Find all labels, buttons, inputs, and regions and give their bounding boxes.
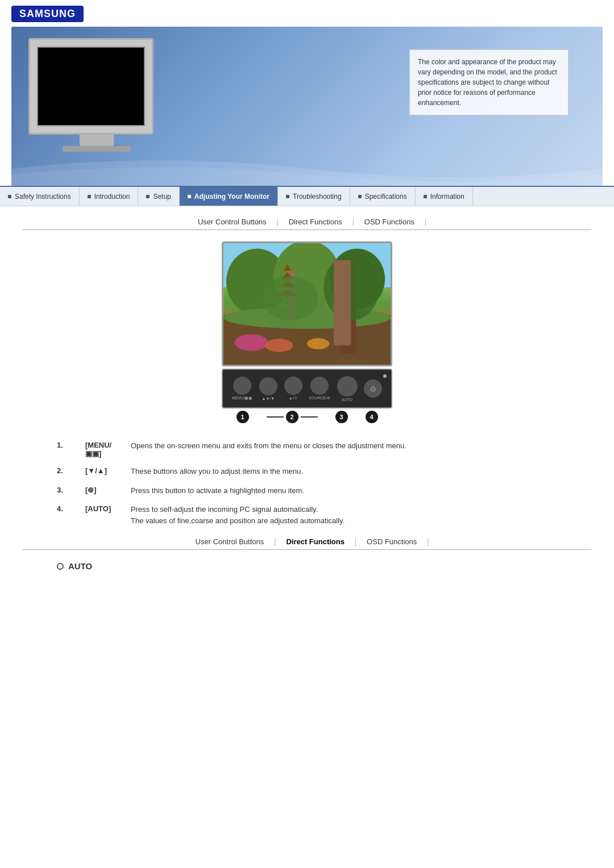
monitor-screen [37,47,145,126]
banner-disclaimer: The color and appearance of the product … [409,49,569,115]
auto-section-label: AUTO [68,561,92,571]
tab-osd-functions-top[interactable]: OSD Functions [354,218,425,226]
menu-label: MENU/▣▣ [232,396,253,400]
menu-button-group: MENU/▣▣ [232,377,253,400]
adjust-label: ▲/⊙ [289,396,297,400]
nav-bullet [88,195,91,198]
tab-osd-functions-bottom[interactable]: OSD Functions [356,537,427,546]
navigation-bar: Safety Instructions Introduction Setup A… [0,186,614,206]
tab-direct-functions-bottom[interactable]: Direct Functions [276,537,355,546]
nav-bullet [8,195,11,198]
nav-bullet [188,195,191,198]
source-button-group: SOURCE/⊕ [309,377,330,400]
auto-circle-icon [57,563,64,570]
up-button-group: ▲/⊙ [284,377,302,400]
auto-section: AUTO [57,561,591,571]
svg-point-13 [323,254,379,320]
tab-nav-top: User Control Buttons | Direct Functions … [23,218,591,230]
garden-photo [223,243,391,365]
inst-desc-2: These buttons allow you to adjust items … [131,466,303,477]
badge-2-group: 2 [267,411,318,423]
badge-3: 3 [335,411,348,423]
instruction-item-4: 4. [AUTO] Press to self-adjust the incom… [57,504,569,526]
nav-introduction[interactable]: Introduction [80,187,139,206]
inst-num-4: 4. [57,504,85,513]
nav-adjusting-your-monitor[interactable]: Adjusting Your Monitor [180,187,278,206]
auto-label: AUTO [342,398,352,402]
monitor-base [63,146,131,152]
nav-bullet [424,195,427,198]
banner-monitor-image [28,38,165,152]
inst-key-2: [▼/▲] [85,466,131,475]
svg-point-14 [235,335,268,351]
number-badges: 1 2 3 4 [222,411,392,423]
monitor-outer [28,38,154,135]
nav-bullet [286,195,289,198]
up-button[interactable] [259,377,277,395]
monitor-image-section: MENU/▣▣ ▲▼/▼ ▲/⊙ SOURCE/⊕ AUTO ⏻ [23,241,591,423]
nav-bullet [146,195,150,198]
instruction-item-3: 3. [⊕] Press this button to activate a h… [57,485,569,496]
monitor-stand [80,135,114,146]
nav-safety-instructions[interactable]: Safety Instructions [0,187,80,206]
auto-button[interactable] [337,376,358,397]
power-button-group: ⏻ [364,379,382,398]
header: SAMSUNG The color and appearance of the … [0,0,614,186]
banner-waves [11,152,603,186]
nav-information[interactable]: Information [416,187,473,206]
inst-num-2: 2. [57,466,85,475]
updown-button-group: ▲▼/▼ [259,377,277,400]
samsung-logo: SAMSUNG [11,6,84,22]
control-panel: MENU/▣▣ ▲▼/▼ ▲/⊙ SOURCE/⊕ AUTO ⏻ [222,369,392,408]
badge-1: 1 [237,411,249,423]
instruction-item-1: 1. [MENU/▣▣] Opens the on-screen menu an… [57,440,569,458]
svg-point-15 [265,339,293,352]
tab-direct-functions-top[interactable]: Direct Functions [279,218,352,226]
tab-nav-bottom: User Control Buttons | Direct Functions … [23,537,591,550]
instruction-item-2: 2. [▼/▲] These buttons allow you to adju… [57,466,569,477]
inst-desc-1: Opens the on-screen menu and exits from … [131,440,406,452]
svg-point-12 [263,276,318,320]
monitor-display-image [222,241,392,366]
nav-specifications[interactable]: Specifications [350,187,416,206]
svg-point-16 [307,338,329,349]
badge-line-left [267,416,284,418]
power-button[interactable]: ⏻ [364,379,382,398]
updown-label: ▲▼/▼ [262,397,275,400]
auto-button-group: AUTO [337,376,358,402]
badge-2: 2 [286,411,298,423]
inst-desc-4: Press to self-adjust the incoming PC sig… [131,504,345,526]
inst-num-3: 3. [57,485,85,494]
badge-4: 4 [366,411,378,423]
power-indicator [383,374,387,378]
inst-key-3: [⊕] [85,485,131,494]
inst-num-1: 1. [57,440,85,449]
nav-troubleshooting[interactable]: Troubleshooting [278,187,350,206]
main-content: User Control Buttons | Direct Functions … [0,206,614,582]
menu-button[interactable] [233,377,251,395]
banner: The color and appearance of the product … [11,27,603,186]
tab-separator-3-bottom: | [427,538,429,546]
nav-bullet [358,195,362,198]
source-button[interactable] [310,377,329,395]
adjust-button[interactable] [284,377,302,395]
source-label: SOURCE/⊕ [309,396,330,400]
instruction-list: 1. [MENU/▣▣] Opens the on-screen menu an… [57,440,569,526]
badge-line-right [301,416,318,418]
inst-desc-3: Press this button to activate a highligh… [131,485,304,496]
tab-separator-3-top: | [425,218,426,226]
tab-user-control-buttons-top[interactable]: User Control Buttons [188,218,277,226]
nav-setup[interactable]: Setup [138,187,179,206]
inst-key-1: [MENU/▣▣] [85,440,131,458]
tab-user-control-buttons-bottom[interactable]: User Control Buttons [185,537,275,546]
inst-key-4: [AUTO] [85,504,131,513]
